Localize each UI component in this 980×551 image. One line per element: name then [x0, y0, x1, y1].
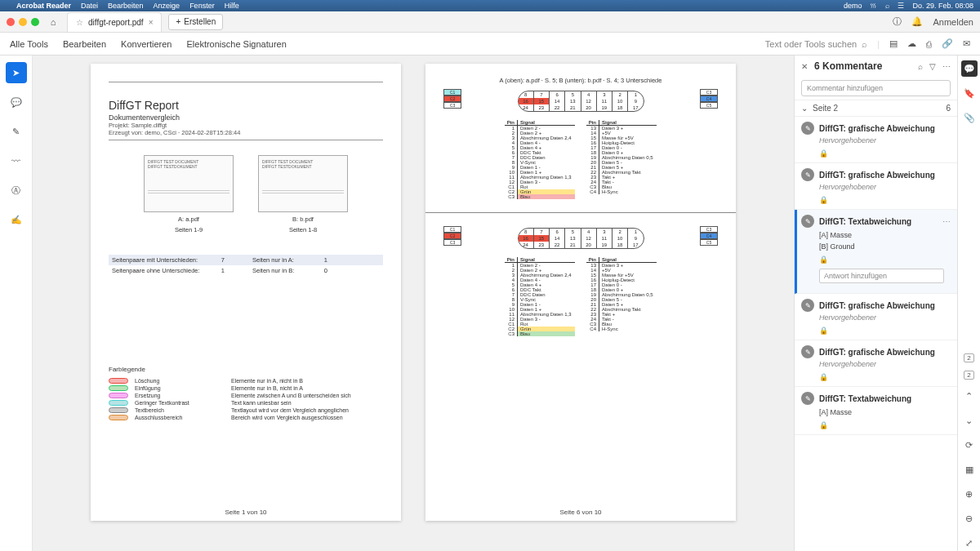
search-icon[interactable]: ⌕: [885, 2, 889, 10]
toolbar-esign[interactable]: Elektronische Signaturen: [186, 39, 286, 49]
avatar: ✎: [801, 392, 814, 405]
highlight-tool[interactable]: ✎: [6, 121, 27, 142]
control-center-icon[interactable]: ☰: [898, 2, 904, 10]
comment-item[interactable]: ✎ DiffGT: Textabweichung [A] Masse 🔒: [795, 387, 957, 435]
toolbar-convert[interactable]: Konvertieren: [121, 39, 172, 49]
avatar: ✎: [801, 215, 814, 228]
menu-file[interactable]: Datei: [81, 2, 98, 10]
menu-window[interactable]: Fenster: [189, 2, 215, 10]
menu-help[interactable]: Hilfe: [225, 2, 239, 10]
signature-tool[interactable]: ✍: [6, 209, 27, 230]
page-badge-1[interactable]: 2: [964, 353, 973, 362]
lock-icon: 🔒: [819, 327, 951, 335]
comment-input[interactable]: Kommentar hinzufügen: [801, 80, 951, 96]
pdf-page-1: DiffGT Report Dokumentenvergleich Projek…: [91, 64, 401, 521]
comments-panel: ✕ 6 Kommentare ⌕ ▽ ⋯ Kommentar hinzufüge…: [794, 56, 957, 551]
main-toolbar: Alle Tools Bearbeiten Konvertieren Elekt…: [0, 33, 980, 56]
legend-row: Geringer Textkontrast Text kann unlesbar…: [109, 400, 383, 406]
zoom-in-icon[interactable]: ⊕: [961, 486, 978, 502]
lock-icon: 🔒: [819, 421, 951, 429]
comments-search-icon[interactable]: ⌕: [918, 62, 923, 71]
notification-icon[interactable]: ⓘ: [893, 16, 902, 28]
close-comments-icon[interactable]: ✕: [801, 62, 808, 71]
legend-desc: Bereich wird vom Vergleich ausgeschlosse…: [231, 415, 343, 420]
select-tool[interactable]: ➤: [6, 62, 27, 83]
share-mail-icon[interactable]: ✉: [963, 38, 970, 49]
macos-menubar: Acrobat Reader Datei Bearbeiten Anzeige …: [0, 0, 980, 11]
comment-subtitle: Hervorgehobener: [819, 360, 951, 368]
scroll-down-icon[interactable]: ⌄: [961, 412, 978, 429]
star-icon[interactable]: ☆: [76, 18, 83, 27]
legend-label: Textbereich: [135, 407, 225, 413]
color-legend: Farblegende Löschung Elemente nur in A, …: [109, 366, 383, 420]
comment-tool[interactable]: 💬: [6, 91, 27, 113]
comment-more-icon[interactable]: ⋯: [942, 217, 951, 226]
wifi-icon[interactable]: ᯾: [870, 2, 877, 10]
comments-more-icon[interactable]: ⋯: [942, 62, 951, 71]
comment-item[interactable]: ✎ DiffGT: grafische Abweichung Hervorgeh…: [795, 117, 957, 163]
text-tool[interactable]: Ⓐ: [6, 180, 27, 201]
comment-item[interactable]: ✎ DiffGT: grafische Abweichung Hervorgeh…: [795, 163, 957, 210]
scroll-up-icon[interactable]: ⌃: [961, 388, 978, 404]
comments-filter-icon[interactable]: ▽: [929, 62, 936, 71]
window-titlebar: ⌂ ☆ diffgt-report.pdf × + Erstellen ⓘ 🔔 …: [0, 11, 980, 33]
app-name[interactable]: Acrobat Reader: [16, 2, 71, 10]
print-icon[interactable]: ⎙: [926, 39, 932, 49]
home-icon[interactable]: ⌂: [46, 15, 60, 29]
comment-item[interactable]: ✎ DiffGT: grafische Abweichung Hervorgeh…: [795, 294, 957, 340]
page6-header: A (oben): a.pdf · S. 5; B (unten): b.pdf…: [443, 77, 718, 84]
menu-edit[interactable]: Bearbeiten: [108, 2, 144, 10]
stats-r1-r: Seiten nur in A:: [228, 255, 310, 265]
menu-view[interactable]: Anzeige: [154, 2, 180, 10]
avatar: ✎: [801, 122, 814, 135]
comments-list[interactable]: ✎ DiffGT: grafische Abweichung Hervorgeh…: [795, 117, 957, 551]
zoom-out-icon[interactable]: ⊖: [961, 510, 978, 527]
page-badge-2[interactable]: 2: [964, 371, 973, 380]
document-tab[interactable]: ☆ diffgt-report.pdf ×: [67, 12, 162, 32]
comment-group-header[interactable]: ⌄ Seite 2 6: [795, 100, 957, 117]
layout-icon[interactable]: ▦: [961, 461, 978, 478]
stats-table: Seitenpaare mit Unterschieden: 7 Seiten …: [109, 255, 383, 276]
bell-icon[interactable]: 🔔: [911, 16, 923, 27]
comment-title: DiffGT: grafische Abweichung: [819, 348, 935, 357]
draw-tool[interactable]: 〰: [6, 150, 27, 171]
comment-title: DiffGT: grafische Abweichung: [819, 124, 935, 133]
attachments-rail-icon[interactable]: 📎: [961, 109, 978, 126]
fit-width-icon[interactable]: ⤢: [961, 535, 978, 551]
lock-icon: 🔒: [819, 256, 951, 264]
legend-swatch: [109, 415, 128, 420]
stats-r2-rv: 0: [310, 265, 331, 276]
document-viewport[interactable]: DiffGT Report Dokumentenvergleich Projek…: [33, 56, 794, 551]
reply-input[interactable]: Antwort hinzufügen: [819, 269, 944, 283]
page-6-footer: Seite 6 von 10: [425, 509, 736, 516]
stats-r1-lv: 7: [207, 255, 228, 265]
comment-group-count: 6: [946, 104, 951, 113]
legend-title: Farblegende: [109, 366, 383, 373]
comments-rail-icon[interactable]: 💬: [961, 60, 978, 77]
toolbar-edit[interactable]: Bearbeiten: [63, 39, 106, 49]
zoom-window-button[interactable]: [31, 18, 39, 26]
comment-item[interactable]: ✎ DiffGT: Textabweichung ⋯ [A] Masse[B] …: [795, 210, 957, 294]
close-tab-icon[interactable]: ×: [149, 18, 154, 27]
thumbnail-b: DIFFGT TEST DOCUMENT DIFFGT TESTDOKUMENT: [258, 155, 348, 212]
thumb-b-title: B: b.pdf: [258, 216, 348, 223]
save-icon[interactable]: ▤: [889, 38, 898, 49]
report-title: DiffGT Report: [109, 99, 383, 112]
clock[interactable]: Do. 29. Feb. 08:08: [912, 2, 973, 10]
plus-icon: +: [176, 17, 180, 26]
comment-item[interactable]: ✎ DiffGT: grafische Abweichung Hervorgeh…: [795, 340, 957, 387]
cloud-upload-icon[interactable]: ☁: [907, 38, 916, 49]
share-link-icon[interactable]: 🔗: [942, 38, 953, 49]
create-button[interactable]: + Erstellen: [168, 14, 223, 30]
bookmarks-rail-icon[interactable]: 🔖: [961, 85, 978, 101]
legend-desc: Elemente zwischen A und B unterscheiden …: [231, 393, 351, 398]
traffic-lights: [7, 18, 39, 26]
right-tool-rail: 💬 🔖 📎 2 2 ⌃ ⌄ ⟳ ▦ ⊕ ⊖ ⤢: [957, 56, 980, 551]
close-window-button[interactable]: [7, 18, 15, 26]
thumbnail-a: DIFFGT TEST DOCUMENT DIFFGT TESTDOKUMENT: [144, 155, 234, 212]
search-input[interactable]: Text oder Tools suchen ⌕: [765, 39, 867, 49]
login-link[interactable]: Anmelden: [933, 17, 973, 27]
rotate-icon[interactable]: ⟳: [961, 437, 978, 453]
toolbar-all-tools[interactable]: Alle Tools: [10, 39, 48, 49]
minimize-window-button[interactable]: [19, 18, 27, 26]
